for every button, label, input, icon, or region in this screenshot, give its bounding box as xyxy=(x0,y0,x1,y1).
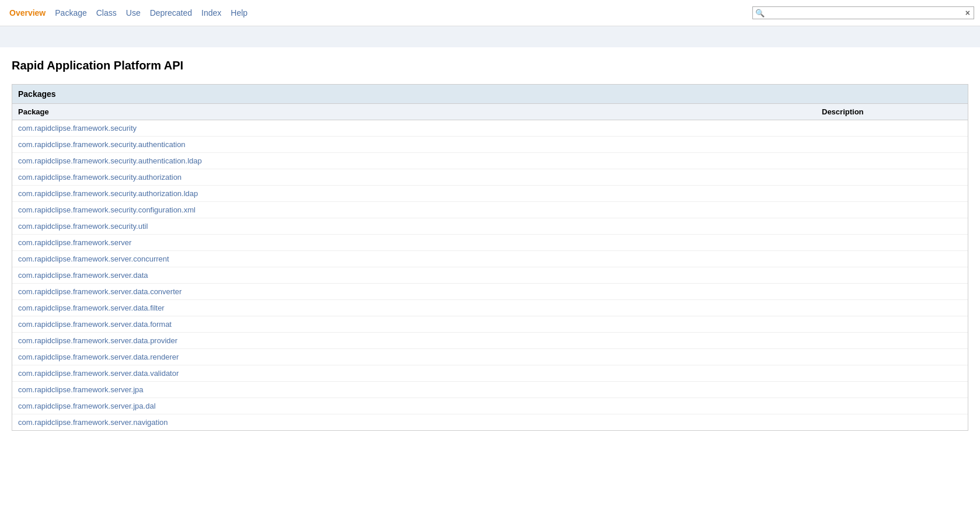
package-description xyxy=(822,238,962,247)
package-description xyxy=(822,353,962,361)
packages-rows: com.rapidclipse.framework.securitycom.ra… xyxy=(12,120,968,430)
page-title: Rapid Application Platform API xyxy=(12,59,968,72)
col-description-header: Description xyxy=(822,107,962,116)
package-description xyxy=(822,402,962,410)
package-name-link[interactable]: com.rapidclipse.framework.server.data.fo… xyxy=(18,320,822,329)
col-package-header: Package xyxy=(18,107,822,116)
package-description xyxy=(822,418,962,427)
table-row: com.rapidclipse.framework.server.data.va… xyxy=(12,365,968,382)
nav-use[interactable]: Use xyxy=(126,8,141,18)
packages-col-headers: Package Description xyxy=(12,104,968,120)
package-description xyxy=(822,254,962,263)
table-row: com.rapidclipse.framework.server.data.re… xyxy=(12,349,968,365)
table-row: com.rapidclipse.framework.server.data.pr… xyxy=(12,333,968,349)
package-name-link[interactable]: com.rapidclipse.framework.security.autho… xyxy=(18,173,822,182)
table-row: com.rapidclipse.framework.server.data.co… xyxy=(12,284,968,300)
package-name-link[interactable]: com.rapidclipse.framework.server.data.re… xyxy=(18,353,822,361)
package-name-link[interactable]: com.rapidclipse.framework.server.concurr… xyxy=(18,254,822,263)
package-name-link[interactable]: com.rapidclipse.framework.server.jpa xyxy=(18,385,822,394)
search-icon: 🔍 xyxy=(755,9,765,18)
table-row: com.rapidclipse.framework.security.autho… xyxy=(12,186,968,202)
package-name-link[interactable]: com.rapidclipse.framework.server.navigat… xyxy=(18,418,822,427)
package-description xyxy=(822,205,962,214)
table-row: com.rapidclipse.framework.security xyxy=(12,120,968,137)
table-row: com.rapidclipse.framework.server.jpa xyxy=(12,382,968,398)
package-name-link[interactable]: com.rapidclipse.framework.server.data xyxy=(18,271,822,280)
package-description xyxy=(822,156,962,165)
package-name-link[interactable]: com.rapidclipse.framework.security.authe… xyxy=(18,140,822,149)
packages-section: Packages Package Description com.rapidcl… xyxy=(12,84,968,431)
package-name-link[interactable]: com.rapidclipse.framework.server.data.co… xyxy=(18,287,822,296)
search-container: 🔍 × xyxy=(752,6,974,19)
table-row: com.rapidclipse.framework.server.data.fi… xyxy=(12,300,968,316)
table-row: com.rapidclipse.framework.security.util xyxy=(12,218,968,235)
subheader xyxy=(0,26,980,47)
nav-package[interactable]: Package xyxy=(55,8,86,18)
package-name-link[interactable]: com.rapidclipse.framework.server.data.pr… xyxy=(18,336,822,345)
package-description xyxy=(822,189,962,198)
search-clear-button[interactable]: × xyxy=(964,8,971,18)
package-description xyxy=(822,336,962,345)
package-name-link[interactable]: com.rapidclipse.framework.security xyxy=(18,124,822,132)
table-row: com.rapidclipse.framework.security.confi… xyxy=(12,202,968,218)
nav-links: Overview Package Class Use Deprecated In… xyxy=(9,8,247,18)
table-row: com.rapidclipse.framework.server.navigat… xyxy=(12,414,968,430)
package-description xyxy=(822,173,962,182)
package-name-link[interactable]: com.rapidclipse.framework.server.data.va… xyxy=(18,369,822,378)
table-row: com.rapidclipse.framework.server.jpa.dal xyxy=(12,398,968,414)
package-description xyxy=(822,369,962,378)
nav-help[interactable]: Help xyxy=(231,8,247,18)
table-row: com.rapidclipse.framework.server xyxy=(12,235,968,251)
package-description xyxy=(822,222,962,231)
nav-class[interactable]: Class xyxy=(96,8,117,18)
search-bar: 🔍 × xyxy=(752,6,974,19)
package-description xyxy=(822,304,962,312)
package-description xyxy=(822,124,962,132)
search-input[interactable] xyxy=(767,9,964,18)
navbar: Overview Package Class Use Deprecated In… xyxy=(0,0,980,26)
nav-overview[interactable]: Overview xyxy=(9,8,46,18)
package-name-link[interactable]: com.rapidclipse.framework.server.data.fi… xyxy=(18,304,822,312)
nav-deprecated[interactable]: Deprecated xyxy=(150,8,192,18)
nav-index[interactable]: Index xyxy=(201,8,221,18)
table-row: com.rapidclipse.framework.server.data xyxy=(12,267,968,284)
table-row: com.rapidclipse.framework.server.data.fo… xyxy=(12,316,968,333)
table-row: com.rapidclipse.framework.security.authe… xyxy=(12,153,968,169)
package-description xyxy=(822,271,962,280)
package-name-link[interactable]: com.rapidclipse.framework.security.autho… xyxy=(18,189,822,198)
package-description xyxy=(822,140,962,149)
package-name-link[interactable]: com.rapidclipse.framework.security.authe… xyxy=(18,156,822,165)
main-content: Rapid Application Platform API Packages … xyxy=(0,47,980,442)
package-name-link[interactable]: com.rapidclipse.framework.server.jpa.dal xyxy=(18,402,822,410)
table-row: com.rapidclipse.framework.security.autho… xyxy=(12,169,968,186)
package-description xyxy=(822,320,962,329)
package-name-link[interactable]: com.rapidclipse.framework.server xyxy=(18,238,822,247)
table-row: com.rapidclipse.framework.security.authe… xyxy=(12,137,968,153)
package-name-link[interactable]: com.rapidclipse.framework.security.confi… xyxy=(18,205,822,214)
package-description xyxy=(822,385,962,394)
package-name-link[interactable]: com.rapidclipse.framework.security.util xyxy=(18,222,822,231)
table-row: com.rapidclipse.framework.server.concurr… xyxy=(12,251,968,267)
packages-section-header: Packages xyxy=(12,85,968,104)
package-description xyxy=(822,287,962,296)
